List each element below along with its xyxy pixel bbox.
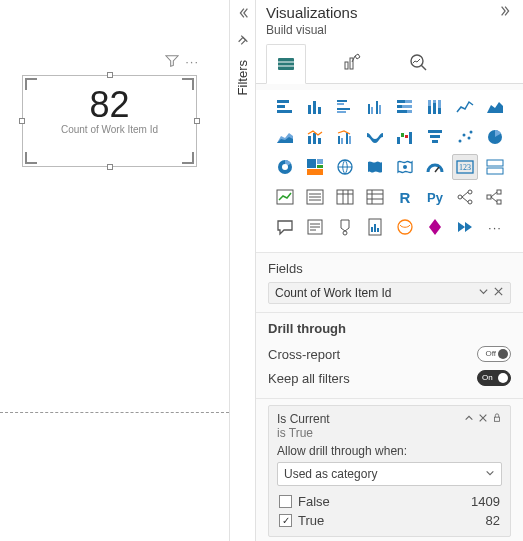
area-chart-icon[interactable] — [482, 94, 508, 120]
chevron-down-icon — [485, 467, 495, 481]
select-value: Used as category — [284, 467, 377, 481]
svg-rect-25 — [402, 105, 412, 108]
analytics-tab[interactable] — [398, 43, 438, 83]
svg-rect-37 — [338, 136, 340, 144]
filters-pane-label: Filters — [235, 60, 250, 95]
multi-row-card-icon[interactable] — [482, 154, 508, 180]
svg-rect-3 — [345, 62, 348, 69]
report-canvas[interactable]: ··· 82 Count of Work Item Id — [0, 0, 229, 541]
clustered-bar-chart-icon[interactable] — [332, 94, 358, 120]
hundred-stacked-bar-icon[interactable] — [392, 94, 418, 120]
filter-option-label: False — [298, 494, 330, 509]
checkbox-checked-icon[interactable]: ✓ — [279, 514, 292, 527]
treemap-icon[interactable] — [302, 154, 328, 180]
svg-rect-8 — [277, 100, 289, 103]
kpi-icon[interactable] — [272, 184, 298, 210]
filter-option-count: 1409 — [471, 494, 500, 509]
filter-icon[interactable] — [165, 54, 179, 71]
svg-rect-71 — [337, 190, 353, 204]
paginated-report-icon[interactable] — [362, 214, 388, 240]
card-icon[interactable]: 123 — [452, 154, 478, 180]
svg-rect-34 — [308, 136, 311, 144]
svg-rect-13 — [318, 107, 321, 114]
stacked-column-chart-icon[interactable] — [302, 94, 328, 120]
key-influencers-icon[interactable] — [452, 184, 478, 210]
allow-drill-select[interactable]: Used as category — [277, 462, 502, 486]
fields-well[interactable]: Count of Work Item Id — [268, 282, 511, 304]
svg-rect-29 — [428, 106, 431, 114]
filter-option-row[interactable]: False 1409 — [277, 492, 502, 511]
card-label: Count of Work Item Id — [23, 124, 196, 135]
drill-through-title: Drill through — [268, 321, 511, 336]
arcgis-icon[interactable] — [392, 214, 418, 240]
funnel-chart-icon[interactable] — [422, 124, 448, 150]
keep-filters-toggle[interactable]: On — [477, 370, 511, 386]
more-options-icon[interactable]: ··· — [185, 54, 199, 71]
pie-chart-icon[interactable] — [482, 124, 508, 150]
svg-rect-11 — [308, 105, 311, 114]
gauge-icon[interactable] — [422, 154, 448, 180]
stacked-area-chart-icon[interactable] — [272, 124, 298, 150]
more-visuals-icon[interactable]: ··· — [482, 214, 508, 240]
slicer-icon[interactable] — [302, 184, 328, 210]
qna-icon[interactable] — [272, 214, 298, 240]
r-visual-icon[interactable]: R — [392, 184, 418, 210]
filters-pane-collapsed[interactable]: Filters — [229, 0, 255, 541]
stacked-bar-chart-icon[interactable] — [272, 94, 298, 120]
collapse-icon[interactable] — [464, 412, 474, 426]
resize-handle-bottom[interactable] — [107, 164, 113, 170]
svg-rect-46 — [430, 135, 440, 138]
resize-handle-left[interactable] — [19, 118, 25, 124]
svg-line-82 — [462, 192, 468, 197]
svg-rect-35 — [313, 133, 316, 144]
azure-map-icon[interactable] — [392, 154, 418, 180]
svg-rect-97 — [377, 228, 379, 232]
remove-field-icon[interactable] — [493, 286, 504, 300]
smart-narrative-icon[interactable] — [302, 214, 328, 240]
waterfall-chart-icon[interactable] — [392, 124, 418, 150]
focus-corner-tr — [182, 78, 194, 90]
svg-rect-96 — [374, 224, 376, 232]
ribbon-chart-icon[interactable] — [362, 124, 388, 150]
goals-icon[interactable] — [332, 214, 358, 240]
field-well-value: Count of Work Item Id — [275, 286, 392, 300]
svg-rect-31 — [433, 103, 436, 114]
filters-chevron-icon[interactable] — [236, 33, 250, 50]
map-icon[interactable] — [332, 154, 358, 180]
format-visual-tab[interactable] — [332, 43, 372, 83]
checkbox-unchecked-icon[interactable] — [279, 495, 292, 508]
hundred-stacked-column-icon[interactable] — [422, 94, 448, 120]
pane-top-tabs — [256, 41, 523, 83]
line-stacked-column-icon[interactable] — [302, 124, 328, 150]
decomposition-tree-icon[interactable] — [482, 184, 508, 210]
cross-report-toggle[interactable]: Off — [477, 346, 511, 362]
chevron-down-icon[interactable] — [478, 286, 489, 300]
svg-rect-47 — [432, 140, 438, 143]
table-icon[interactable] — [332, 184, 358, 210]
svg-line-61 — [435, 167, 439, 172]
svg-line-83 — [462, 197, 468, 202]
donut-chart-icon[interactable] — [272, 154, 298, 180]
power-automate-icon[interactable] — [452, 214, 478, 240]
svg-rect-55 — [307, 159, 316, 168]
card-visual[interactable]: ··· 82 Count of Work Item Id — [22, 75, 197, 167]
svg-point-80 — [468, 190, 472, 194]
filled-map-icon[interactable] — [362, 154, 388, 180]
python-visual-icon[interactable]: Py — [422, 184, 448, 210]
filter-subtitle: is True — [277, 426, 502, 440]
scatter-chart-icon[interactable] — [452, 124, 478, 150]
filter-option-row[interactable]: ✓True 82 — [277, 511, 502, 530]
remove-filter-icon[interactable] — [478, 412, 488, 426]
page-boundary — [0, 412, 229, 413]
power-apps-icon[interactable] — [422, 214, 448, 240]
line-chart-icon[interactable] — [452, 94, 478, 120]
build-visual-tab[interactable] — [266, 44, 306, 84]
resize-handle-top[interactable] — [107, 72, 113, 78]
lock-icon[interactable] — [492, 412, 502, 426]
clustered-column-chart-icon[interactable] — [362, 94, 388, 120]
matrix-icon[interactable] — [362, 184, 388, 210]
expand-right-icon[interactable] — [499, 4, 513, 21]
resize-handle-right[interactable] — [194, 118, 200, 124]
collapse-left-icon[interactable] — [236, 6, 250, 23]
line-clustered-column-icon[interactable] — [332, 124, 358, 150]
